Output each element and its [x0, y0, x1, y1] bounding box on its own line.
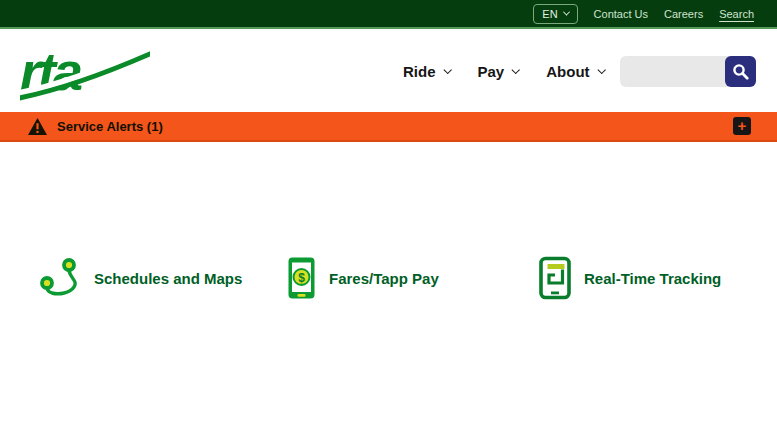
feature-schedules-and-maps[interactable]: Schedules and Maps: [38, 256, 242, 300]
careers-link[interactable]: Careers: [664, 8, 703, 20]
route-map-icon: [38, 256, 82, 300]
chevron-down-icon: [597, 65, 605, 73]
chevron-down-icon: [443, 65, 451, 73]
nav-label: Pay: [478, 63, 505, 80]
nav-item-ride[interactable]: Ride: [403, 63, 450, 80]
feature-fares-tapp-pay[interactable]: $ Fares/Tapp Pay: [286, 256, 439, 300]
rta-logo[interactable]: rta: [20, 43, 150, 105]
dollar-sign: $: [298, 271, 305, 285]
expand-alerts-button[interactable]: +: [733, 117, 751, 135]
feature-real-time-tracking[interactable]: Real-Time Tracking: [538, 256, 721, 300]
feature-label: Fares/Tapp Pay: [329, 270, 439, 287]
search-icon: [732, 63, 749, 80]
service-alerts-label[interactable]: Service Alerts (1): [57, 119, 163, 134]
contact-us-link[interactable]: Contact Us: [594, 8, 648, 20]
nav-label: About: [546, 63, 589, 80]
utility-bar: EN Contact Us Careers Search: [0, 0, 777, 29]
main-header: rta Ride Pay About: [0, 31, 777, 112]
language-label: EN: [542, 8, 557, 20]
search-link[interactable]: Search: [719, 8, 754, 20]
search-button[interactable]: [725, 56, 756, 87]
chevron-down-icon: [512, 65, 520, 73]
mobile-payment-icon: $: [286, 256, 317, 300]
nav-label: Ride: [403, 63, 436, 80]
feature-label: Schedules and Maps: [94, 270, 242, 287]
rta-logo-icon: rta: [20, 43, 150, 101]
nav-item-pay[interactable]: Pay: [478, 63, 519, 80]
language-selector[interactable]: EN: [533, 4, 577, 24]
nav-item-about[interactable]: About: [546, 63, 603, 80]
tracking-device-icon: [538, 256, 572, 300]
chevron-down-icon: [563, 9, 570, 16]
service-alerts-bar: Service Alerts (1) +: [0, 112, 777, 142]
search-bar: [620, 56, 756, 87]
feature-label: Real-Time Tracking: [584, 270, 721, 287]
primary-nav: Ride Pay About: [403, 31, 604, 112]
warning-triangle-icon: [28, 118, 47, 135]
